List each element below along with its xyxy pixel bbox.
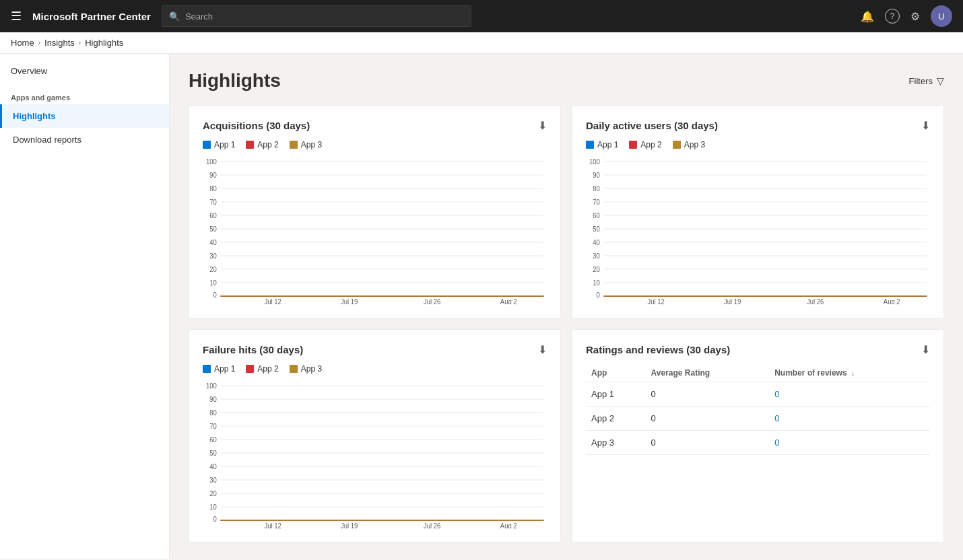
ratings-col-app: App [586, 364, 646, 382]
failure-legend-item-app2: App 2 [246, 364, 278, 374]
legend-color-app2 [246, 141, 254, 149]
svg-text:40: 40 [209, 463, 217, 470]
user-avatar[interactable]: U [931, 5, 952, 27]
legend-label-app1: App 1 [214, 140, 235, 149]
ratings-reviews-card: Ratings and reviews (30 days) ⬇ App Aver… [572, 329, 944, 542]
svg-text:70: 70 [593, 199, 600, 206]
filters-button[interactable]: Filters ▽ [909, 75, 944, 86]
svg-text:50: 50 [209, 225, 217, 233]
breadcrumb-separator-2: › [79, 39, 81, 46]
daily-active-legend: App 1 App 2 App 3 [586, 140, 930, 149]
svg-text:10: 10 [593, 279, 600, 287]
svg-text:Jul 12: Jul 12 [264, 298, 281, 304]
daily-active-card: Daily active users (30 days) ⬇ App 1 App… [572, 105, 944, 318]
failure-hits-legend: App 1 App 2 App 3 [203, 364, 547, 374]
svg-text:Jul 19: Jul 19 [341, 522, 358, 528]
svg-text:Aug 2: Aug 2 [500, 522, 517, 528]
acquisitions-chart-area: 100 90 80 70 60 50 40 30 20 10 0 [203, 156, 547, 304]
svg-text:100: 100 [589, 158, 600, 166]
breadcrumb-insights[interactable]: Insights [44, 38, 75, 48]
daily-active-download-icon[interactable]: ⬇ [921, 119, 930, 132]
svg-text:100: 100 [206, 158, 217, 166]
daily-legend-label-app1: App 1 [597, 140, 618, 149]
failure-legend-label-app1: App 1 [214, 364, 235, 374]
svg-text:20: 20 [593, 266, 600, 273]
ratings-app1-reviews[interactable]: 0 [769, 382, 930, 407]
legend-item-app3: App 3 [290, 140, 322, 149]
ratings-app3-avg: 0 [646, 431, 770, 455]
acquisitions-download-icon[interactable]: ⬇ [538, 119, 547, 132]
filters-icon: ▽ [937, 75, 944, 86]
failure-hits-card: Failure hits (30 days) ⬇ App 1 App 2 App… [189, 329, 561, 542]
acquisitions-card: Acquisitions (30 days) ⬇ App 1 App 2 App… [189, 105, 561, 318]
daily-active-header: Daily active users (30 days) ⬇ [586, 119, 930, 132]
legend-item-app1: App 1 [203, 140, 235, 149]
svg-text:90: 90 [593, 172, 600, 179]
ratings-app3-reviews[interactable]: 0 [769, 431, 930, 455]
acquisitions-title: Acquisitions (30 days) [203, 120, 310, 131]
ratings-app2-name: App 2 [586, 407, 646, 431]
legend-label-app3: App 3 [301, 140, 322, 149]
svg-text:90: 90 [209, 172, 217, 179]
ratings-download-icon[interactable]: ⬇ [921, 343, 930, 356]
topnav-icons: 🔔 ? ⚙ U [861, 5, 952, 27]
failure-hits-chart-svg: 100 90 80 70 60 50 40 30 20 10 0 [203, 380, 547, 528]
page-title: Highlights [189, 70, 281, 92]
table-row: App 2 0 0 [586, 407, 930, 431]
main-layout: Overview Apps and games Highlights Downl… [0, 54, 963, 559]
acquisitions-header: Acquisitions (30 days) ⬇ [203, 119, 547, 132]
search-icon: 🔍 [169, 11, 180, 22]
table-row: App 3 0 0 [586, 431, 930, 455]
svg-text:30: 30 [593, 252, 600, 260]
failure-legend-color-app1 [203, 365, 211, 373]
sort-icon-reviews: ↓ [851, 370, 855, 377]
sidebar-item-highlights[interactable]: Highlights [0, 104, 169, 128]
notification-bell-icon[interactable]: 🔔 [861, 10, 874, 23]
ratings-app1-name: App 1 [586, 382, 646, 407]
svg-text:Jul 19: Jul 19 [724, 298, 741, 304]
ratings-col-reviews[interactable]: Number of reviews ↓ [769, 364, 930, 382]
svg-text:Jul 26: Jul 26 [807, 298, 824, 304]
svg-text:Jul 12: Jul 12 [647, 298, 664, 304]
sidebar-item-download-reports[interactable]: Download reports [0, 128, 169, 151]
svg-text:80: 80 [593, 185, 600, 193]
svg-text:10: 10 [209, 503, 217, 511]
failure-hits-download-icon[interactable]: ⬇ [538, 343, 547, 356]
ratings-app2-reviews[interactable]: 0 [769, 407, 930, 431]
daily-active-title: Daily active users (30 days) [586, 120, 718, 131]
ratings-app2-avg: 0 [646, 407, 770, 431]
daily-legend-item-app3: App 3 [673, 140, 705, 149]
search-bar[interactable]: 🔍 [162, 5, 471, 27]
help-circle-icon[interactable]: ? [885, 9, 900, 24]
failure-hits-chart-area: 100 90 80 70 60 50 40 30 20 10 0 [203, 380, 547, 528]
failure-hits-title: Failure hits (30 days) [203, 344, 303, 355]
daily-active-chart-svg: 100 90 80 70 60 50 40 30 20 10 0 [586, 156, 930, 304]
svg-text:Jul 12: Jul 12 [264, 522, 281, 528]
failure-legend-label-app3: App 3 [301, 364, 322, 374]
svg-text:100: 100 [206, 382, 217, 390]
ratings-col-avg: Average Rating [646, 364, 770, 382]
failure-legend-item-app3: App 3 [290, 364, 322, 374]
breadcrumb: Home › Insights › Highlights [0, 32, 963, 54]
daily-legend-color-app2 [629, 141, 637, 149]
svg-text:10: 10 [209, 279, 217, 287]
search-input[interactable] [185, 11, 464, 22]
hamburger-menu-icon[interactable]: ☰ [11, 9, 22, 24]
failure-legend-color-app3 [290, 365, 298, 373]
svg-text:60: 60 [209, 436, 217, 444]
daily-legend-label-app2: App 2 [640, 140, 661, 149]
svg-text:0: 0 [213, 516, 218, 523]
daily-legend-label-app3: App 3 [684, 140, 705, 149]
legend-label-app2: App 2 [257, 140, 278, 149]
svg-text:Jul 26: Jul 26 [424, 298, 440, 304]
breadcrumb-home[interactable]: Home [11, 38, 34, 48]
legend-item-app2: App 2 [246, 140, 278, 149]
svg-text:90: 90 [209, 396, 217, 403]
failure-legend-color-app2 [246, 365, 254, 373]
settings-gear-icon[interactable]: ⚙ [910, 10, 920, 23]
svg-text:Jul 26: Jul 26 [424, 522, 440, 528]
sidebar-item-overview[interactable]: Overview [0, 59, 169, 83]
svg-text:0: 0 [213, 291, 218, 299]
main-content: Highlights Filters ▽ Acquisitions (30 da… [170, 54, 963, 559]
svg-text:50: 50 [209, 450, 217, 457]
